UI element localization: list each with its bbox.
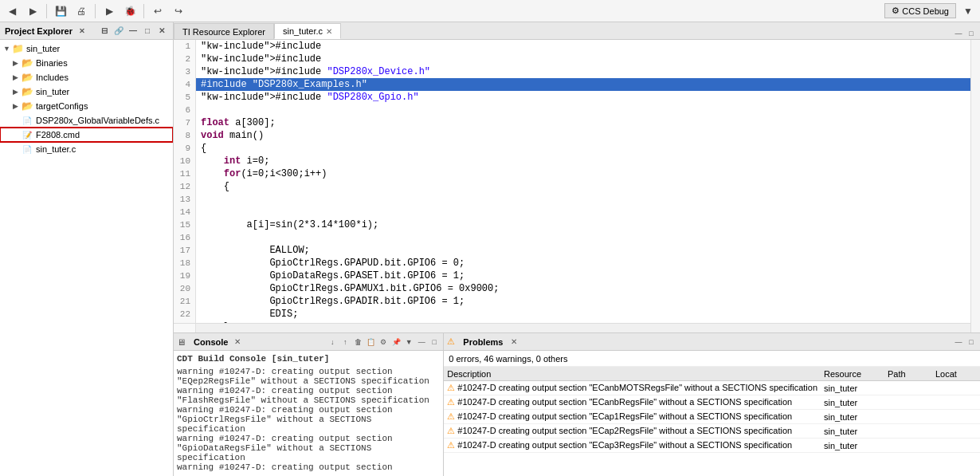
sin-tuter-folder-icon: 📂 [21, 85, 33, 98]
ccs-debug-button[interactable]: ⚙ CCS Debug [884, 3, 956, 18]
problems-row[interactable]: ⚠#10247-D creating output section "ECanb… [444, 395, 980, 410]
console-tab-label[interactable]: Console [189, 337, 233, 347]
problems-maximize[interactable]: □ [966, 336, 977, 348]
sin-tuter-c-tab-close[interactable]: ✕ [326, 27, 332, 36]
problems-row[interactable]: ⚠#10247-D creating output section "ECap1… [444, 410, 980, 424]
line-number: 13 [174, 193, 196, 206]
tree-item-f2808-cmd[interactable]: ▶ 📝 F2808.cmd [0, 128, 173, 142]
console-tab-close[interactable]: ✕ [234, 337, 241, 346]
problems-rows: ⚠#10247-D creating output section "ECanb… [444, 381, 980, 453]
problems-row-desc: ⚠#10247-D creating output section "ECap1… [444, 411, 821, 422]
line-code: "kw-include">#include "DSP280x_Gpio.h" [196, 91, 980, 104]
line-code: GpioCtrlRegs.GPAMUX1.bit.GPIO6 = 0x9000; [196, 282, 980, 295]
editor-maximize-btn[interactable]: □ [966, 28, 977, 39]
problems-minimize[interactable]: — [953, 336, 964, 348]
code-line-8: 8void main() [174, 129, 980, 142]
col-resource: Resource [821, 369, 884, 379]
toolbar-back[interactable]: ◀ [3, 2, 21, 20]
line-number: 17 [174, 244, 196, 257]
line-code: GpioCtrlRegs.GPADIR.bit.GPIO6 = 1; [196, 295, 980, 308]
tree-item-binaries[interactable]: ▶ 📂 Binaries [0, 56, 173, 70]
warning-icon: ⚠ [447, 411, 455, 421]
line-code: GpioCtrlRegs.GPAPUD.bit.GPIO6 = 0; [196, 257, 980, 269]
hscroll-track[interactable] [196, 325, 980, 332]
console-toolbar: ↓ ↑ 🗑 📋 ⚙ 📌 ▼ — □ [327, 336, 440, 348]
console-tabs: Console ✕ [189, 337, 241, 347]
target-configs-folder-icon: 📂 [21, 100, 33, 112]
problems-row-desc: ⚠#10247-D creating output section "ECap3… [444, 440, 821, 450]
problems-row[interactable]: ⚠#10247-D creating output section "ECap3… [444, 439, 980, 453]
line-number: 3 [174, 65, 196, 78]
line-number: 7 [174, 116, 196, 129]
problems-header: ⚠ Problems ✕ — □ [444, 333, 980, 351]
panel-close-btn[interactable]: ✕ [155, 25, 168, 37]
console-monitor-icon: 🖥 [177, 337, 186, 347]
toolbar-save[interactable]: 💾 [52, 2, 69, 20]
code-line-4: 4#include "DSP280x_Examples.h" [174, 78, 980, 91]
editor-vscroll[interactable] [970, 40, 980, 332]
code-line-16: 16 [174, 231, 980, 244]
col-description: Description [444, 369, 821, 379]
problems-row[interactable]: ⚠#10247-D creating output section "ECanb… [444, 381, 980, 395]
console-arrow-dropdown[interactable]: ▼ [403, 336, 414, 348]
code-editor[interactable]: 1"kw-include">#include2"kw-include">#inc… [174, 40, 980, 323]
console-line: warning #10247-D: creating output sectio… [177, 434, 440, 443]
problems-header-row: Description Resource Path Locat [444, 367, 980, 381]
toolbar-redo[interactable]: ↪ [170, 2, 187, 20]
ccs-debug-icon: ⚙ [892, 6, 900, 16]
tree-label-sin-tuter-sub: sin_tuter [36, 87, 69, 96]
console-content[interactable]: CDT Build Console [sin_tuter]warning #10… [174, 351, 443, 476]
main-toolbar: ◀ ▶ 💾 🖨 ▶ 🐞 ↩ ↪ ⚙ CCS Debug ▼ [0, 0, 980, 22]
toolbar-debug[interactable]: 🐞 [121, 2, 139, 20]
line-number: 1 [174, 40, 196, 53]
tree-item-project[interactable]: ▼ 📁 sin_tuter [0, 41, 173, 56]
toolbar-undo[interactable]: ↩ [149, 2, 167, 20]
tab-sin-tuter-c[interactable]: sin_tuter.c ✕ [274, 23, 341, 39]
tree-item-target-configs[interactable]: ▶ 📂 targetConfigs [0, 99, 173, 113]
console-arrow-up[interactable]: ↑ [339, 336, 351, 348]
line-number: 19 [174, 269, 196, 282]
problems-row[interactable]: ⚠#10247-D creating output section "ECap2… [444, 424, 980, 439]
dsp280x-file-icon: 📄 [21, 114, 33, 127]
project-explorer-panel: Project Explorer ✕ ⊟ 🔗 — □ ✕ ▼ 📁 sin_tut… [0, 22, 174, 476]
console-settings[interactable]: ⚙ [378, 336, 389, 348]
console-line: warning #10247-D: creating output sectio… [177, 462, 440, 472]
line-number: 14 [174, 206, 196, 218]
link-editor-icon[interactable]: 🔗 [112, 25, 125, 37]
tree-item-includes[interactable]: ▶ 📂 Includes [0, 70, 173, 85]
ti-resource-tab-label: TI Resource Explorer [182, 27, 265, 37]
tab-ti-resource-explorer[interactable]: TI Resource Explorer [174, 23, 274, 39]
editor-minimize-btn[interactable]: — [953, 28, 964, 39]
line-code: int i=0; [196, 155, 980, 167]
collapse-all-icon[interactable]: ⊟ [98, 25, 111, 37]
main-layout: Project Explorer ✕ ⊟ 🔗 — □ ✕ ▼ 📁 sin_tut… [0, 22, 980, 476]
problems-row-desc: ⚠#10247-D creating output section "ECanb… [444, 397, 821, 407]
panel-minimize-icon[interactable]: — [127, 25, 139, 37]
console-minimize[interactable]: — [416, 336, 427, 348]
tree-label-project: sin_tuter [26, 44, 60, 53]
line-code: float a[300]; [196, 116, 980, 129]
tree-item-sin-tuter-c[interactable]: ▶ 📄 sin_tuter.c [0, 142, 173, 156]
console-clear[interactable]: 🗑 [352, 336, 363, 348]
toolbar-fwd[interactable]: ▶ [24, 2, 41, 20]
problems-tab-close-icon[interactable]: ✕ [511, 337, 517, 346]
console-arrow-down[interactable]: ↓ [327, 336, 338, 348]
console-pin[interactable]: 📌 [390, 336, 402, 348]
console-copy[interactable]: 📋 [365, 336, 376, 348]
problems-row-desc: ⚠#10247-D creating output section "ECap2… [444, 426, 821, 436]
console-line: warning #10247-D: creating output sectio… [177, 367, 440, 376]
problems-tab-label[interactable]: Problems [458, 337, 508, 347]
panel-maximize-icon[interactable]: □ [141, 25, 154, 37]
tree-item-sin-tuter-sub[interactable]: ▶ 📂 sin_tuter [0, 85, 173, 99]
code-line-3: 3"kw-include">#include "DSP280x_Device.h… [174, 65, 980, 78]
console-maximize[interactable]: □ [429, 336, 440, 348]
line-code: { [196, 142, 980, 155]
editor-hscrollbar[interactable] [174, 323, 980, 332]
toolbar-run[interactable]: ▶ [100, 2, 118, 20]
problems-row-resource: sin_tuter [821, 441, 884, 450]
toolbar-print[interactable]: 🖨 [73, 2, 90, 20]
tree-label-f2808-cmd: F2808.cmd [36, 130, 80, 140]
bottom-panels: 🖥 Console ✕ ↓ ↑ 🗑 📋 ⚙ 📌 ▼ [174, 332, 980, 476]
tree-item-dsp280x-global[interactable]: ▶ 📄 DSP280x_GlobalVariableDefs.c [0, 113, 173, 128]
toolbar-menu[interactable]: ▼ [959, 2, 977, 20]
